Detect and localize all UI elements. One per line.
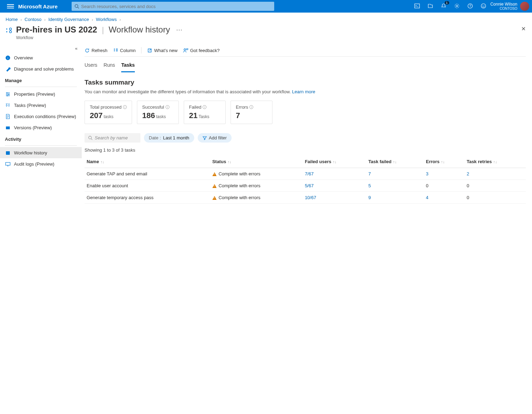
sidebar-item-versions[interactable]: Versions (Preview) [0,122,82,133]
svg-text:i: i [7,56,8,60]
person-feedback-icon [183,48,188,53]
cell-retries: 2 [465,168,526,180]
crumb-home[interactable]: Home [6,17,18,22]
page-subtitle: Workflow [16,35,183,40]
divider [5,87,77,87]
crumb-workflows[interactable]: Workflows [96,17,117,22]
table-row[interactable]: Generate TAP and send emailComplete with… [85,168,526,180]
sidebar-item-execution-conditions[interactable]: Execution conditions (Preview) [0,111,82,122]
sidebar-item-label: Tasks (Preview) [14,103,46,108]
card-total-processed[interactable]: Total processed i 207tasks [85,101,132,124]
user-tenant: CONTOSO [490,7,517,10]
failed-users-link[interactable]: 10/67 [305,195,316,200]
cell-errors: 3 [424,168,465,180]
svg-point-14 [8,94,9,95]
cell-name: Generate TAP and send email [85,168,210,180]
sidebar-item-workflow-history[interactable]: Workflow history [0,147,82,158]
refresh-button[interactable]: Refresh [85,48,108,53]
warning-icon [212,196,217,200]
info-icon: i [249,105,253,109]
task-failed-link[interactable]: 5 [368,183,371,188]
name-search[interactable]: Search by name [85,133,140,143]
sidebar-item-audit-logs[interactable]: Audit logs (Preview) [0,158,82,169]
avatar[interactable] [520,2,529,11]
column-button[interactable]: Column [113,48,136,53]
sidebar-item-overview[interactable]: i Overview [0,52,82,63]
hamburger-menu-icon[interactable] [7,3,14,10]
warning-icon [212,172,217,176]
settings-gear-icon[interactable] [454,3,460,10]
cell-failed-users: 5/67 [303,180,366,192]
help-icon[interactable]: ? [467,3,473,10]
col-errors[interactable]: Errors↑↓ [424,155,465,168]
collapse-sidebar-icon[interactable]: « [75,46,78,51]
tabs: Users Runs Tasks [85,57,526,72]
global-search[interactable] [72,2,274,11]
chevron-right-icon: › [119,17,121,22]
refresh-icon [85,48,90,53]
errors-link[interactable]: 3 [426,171,428,176]
svg-rect-17 [6,151,10,155]
feedback-smile-icon[interactable] [481,3,486,10]
cell-task-failed: 7 [366,168,424,180]
failed-users-link[interactable]: 5/67 [305,183,314,188]
breadcrumb: Home› Contoso› Identity Governance› Work… [0,13,532,25]
card-errors[interactable]: Errors i 7 [231,101,272,124]
tab-users[interactable]: Users [85,60,97,72]
close-icon[interactable]: ✕ [521,26,526,32]
errors-link[interactable]: 4 [426,195,428,200]
svg-point-7 [482,5,483,6]
task-failed-link[interactable]: 9 [368,195,371,200]
cell-status: Complete with errors [210,168,303,180]
task-failed-link[interactable]: 7 [368,171,371,176]
chevron-right-icon: › [44,17,46,22]
svg-point-10 [9,31,12,33]
info-icon: i [123,105,127,109]
date-filter-pill[interactable]: Date : Last 1 month [144,133,194,143]
whats-new-button[interactable]: What's new [147,48,177,53]
notification-badge: 1 [445,1,449,5]
cell-status: Complete with errors [210,180,303,192]
card-failed[interactable]: Failed i 21Tasks [184,101,226,124]
brand[interactable]: Microsoft Azure [18,3,58,9]
col-task-retries[interactable]: Task retries↑↓ [465,155,526,168]
more-actions-icon[interactable]: ⋯ [176,26,183,33]
table-row[interactable]: Generate temporary access passComplete w… [85,192,526,204]
user-block[interactable]: Connie Wilson CONTOSO [490,2,517,10]
sidebar-item-diagnose[interactable]: Diagnose and solve problems [0,63,82,74]
page-header: Pre-hires in US 2022 | Workflow history … [0,25,532,44]
col-name[interactable]: Name↑↓ [85,155,210,168]
svg-rect-16 [6,126,10,129]
feedback-button[interactable]: Got feedback? [183,48,220,53]
sliders-icon [5,91,10,97]
col-status[interactable]: Status↑↓ [210,155,303,168]
svg-point-8 [484,5,484,6]
summary-description: You can monitor and investigate the diff… [85,89,526,94]
retries-link[interactable]: 2 [467,171,469,176]
card-successful[interactable]: Successful i 186tasks [137,101,179,124]
divider [141,47,141,53]
sidebar-item-label: Execution conditions (Preview) [14,114,76,119]
directory-icon[interactable] [428,3,433,10]
learn-more-link[interactable]: Learn more [292,89,315,94]
add-filter-button[interactable]: Add filter [198,133,232,143]
search-icon [88,136,93,140]
table-row[interactable]: Enable user accountComplete with errors5… [85,180,526,192]
notifications-icon[interactable]: 1 [441,3,446,10]
sidebar-item-properties[interactable]: Properties (Preview) [0,88,82,100]
failed-users-link[interactable]: 7/67 [305,171,314,176]
col-task-failed[interactable]: Task failed↑↓ [366,155,424,168]
crumb-contoso[interactable]: Contoso [24,17,41,22]
sidebar-item-tasks[interactable]: Tasks (Preview) [0,100,82,111]
cloud-shell-icon[interactable] [414,3,420,10]
sidebar-item-label: Overview [14,55,33,60]
tab-runs[interactable]: Runs [104,60,115,72]
svg-rect-2 [415,4,420,8]
svg-point-15 [7,95,8,96]
crumb-identity-governance[interactable]: Identity Governance [48,17,89,22]
col-failed-users[interactable]: Failed users↑↓ [303,155,366,168]
global-search-input[interactable] [81,4,271,9]
page-title: Pre-hires in US 2022 [16,25,97,34]
filter-row: Search by name Date : Last 1 month Add f… [85,133,526,143]
tab-tasks[interactable]: Tasks [121,60,135,72]
